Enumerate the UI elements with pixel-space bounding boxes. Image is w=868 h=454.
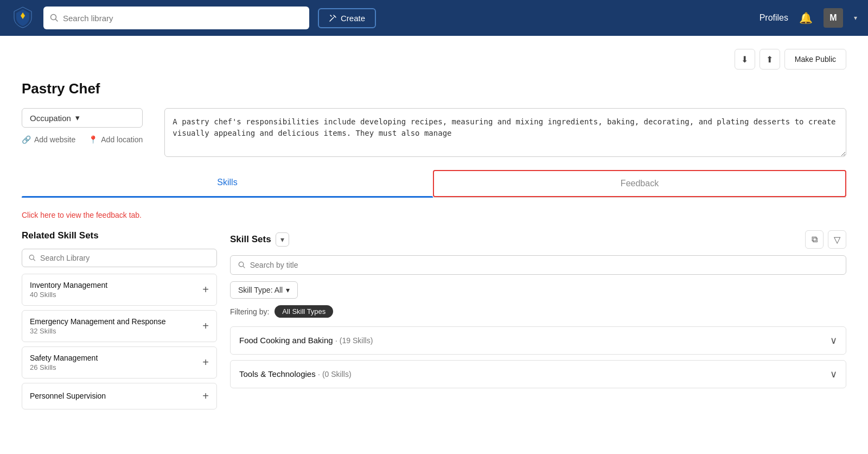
skill-sets-dropdown[interactable]: ▾ (276, 232, 289, 247)
toolbar-row: ⬇ ⬆ Make Public (22, 49, 846, 70)
skill-sets-header: Skill Sets ▾ ⧉ ▽ (230, 230, 846, 249)
skill-set-search-box[interactable] (22, 249, 217, 267)
skill-type-dropdown[interactable]: Skill Type: All ▾ (230, 281, 298, 299)
header-right: Profiles 🔔 M ▾ (760, 8, 857, 28)
avatar[interactable]: M (824, 8, 843, 28)
search-input[interactable] (63, 14, 303, 23)
search-bar[interactable] (43, 7, 309, 29)
related-skill-sets-heading: Related Skill Sets (22, 230, 217, 241)
list-item[interactable]: Food Cooking and Baking · (19 Skills) ∨ (230, 326, 846, 355)
add-skill-set-icon[interactable]: + (202, 390, 209, 402)
wand-icon (329, 14, 337, 22)
add-skill-set-icon[interactable]: + (202, 283, 209, 296)
chevron-down-icon[interactable]: ▾ (854, 14, 857, 22)
occupation-row: Occupation ▾ 🔗 Add website 📍 Add locatio… (22, 108, 846, 157)
skill-set-search-input[interactable] (40, 254, 210, 262)
share-icon: ⬆ (766, 54, 773, 65)
list-item[interactable]: Tools & Technologies · (0 Skills) ∨ (230, 360, 846, 388)
add-skill-set-icon[interactable]: + (202, 320, 209, 332)
list-item[interactable]: Emergency Management and Response 32 Ski… (22, 310, 217, 342)
copy-button[interactable]: ⧉ (805, 230, 824, 249)
search-by-title-box[interactable] (230, 255, 846, 275)
tab-skills[interactable]: Skills (22, 170, 433, 197)
download-icon: ⬇ (741, 54, 748, 65)
svg-point-4 (334, 16, 335, 17)
chevron-down-icon: ▾ (75, 113, 80, 123)
make-public-button[interactable]: Make Public (784, 49, 846, 70)
chevron-down-icon[interactable]: ∨ (830, 368, 837, 380)
chevron-down-icon[interactable]: ∨ (830, 335, 837, 346)
location-icon: 📍 (88, 135, 98, 144)
tabs-container: Skills Feedback (22, 170, 846, 198)
add-location-link[interactable]: 📍 Add location (88, 135, 143, 144)
link-icon: 🔗 (22, 135, 31, 144)
svg-line-6 (34, 259, 35, 261)
occupation-dropdown[interactable]: Occupation ▾ (22, 108, 143, 128)
list-item[interactable]: Inventory Management 40 Skills + (22, 274, 217, 306)
chevron-down-icon: ▾ (286, 286, 290, 294)
feedback-hint: Click here to view the feedback tab. (22, 211, 846, 219)
logo (11, 5, 35, 31)
main-content: ⬇ ⬆ Make Public Pastry Chef Occupation ▾… (0, 36, 868, 454)
search-icon (29, 254, 36, 262)
add-skill-set-icon[interactable]: + (202, 356, 209, 369)
create-button[interactable]: Create (318, 8, 376, 28)
meta-links: 🔗 Add website 📍 Add location (22, 135, 143, 144)
skill-type-row: Skill Type: All ▾ (230, 281, 846, 299)
related-skill-sets-panel: Related Skill Sets Inventory Management … (22, 230, 217, 414)
app-header: Create Profiles 🔔 M ▾ (0, 0, 868, 36)
profiles-link[interactable]: Profiles (760, 13, 788, 23)
filter-icon: ▽ (834, 235, 840, 245)
download-button[interactable]: ⬇ (735, 49, 755, 70)
share-button[interactable]: ⬆ (760, 49, 780, 70)
svg-line-3 (56, 20, 58, 22)
filtering-row: Filtering by: All Skill Types (230, 305, 846, 318)
search-icon (238, 261, 246, 269)
add-website-link[interactable]: 🔗 Add website (22, 135, 75, 144)
filter-badge[interactable]: All Skill Types (275, 305, 333, 318)
list-item[interactable]: Safety Management 26 Skills + (22, 346, 217, 379)
svg-line-8 (243, 266, 245, 268)
skill-sets-title: Skill Sets (230, 234, 271, 245)
skill-sets-panel: Skill Sets ▾ ⧉ ▽ (230, 230, 846, 414)
search-by-title-input[interactable] (250, 261, 838, 269)
page-title: Pastry Chef (22, 80, 846, 97)
list-item[interactable]: Personnel Supervision + (22, 383, 217, 409)
two-col-layout: Related Skill Sets Inventory Management … (22, 230, 846, 414)
filter-button[interactable]: ▽ (828, 230, 846, 249)
search-icon (50, 14, 59, 22)
tab-feedback[interactable]: Feedback (433, 170, 846, 197)
occupation-left: Occupation ▾ 🔗 Add website 📍 Add locatio… (22, 108, 143, 144)
copy-icon: ⧉ (812, 235, 818, 244)
notification-bell-icon[interactable]: 🔔 (799, 11, 813, 24)
description-textarea[interactable]: A pastry chef's responsibilities include… (164, 108, 846, 157)
